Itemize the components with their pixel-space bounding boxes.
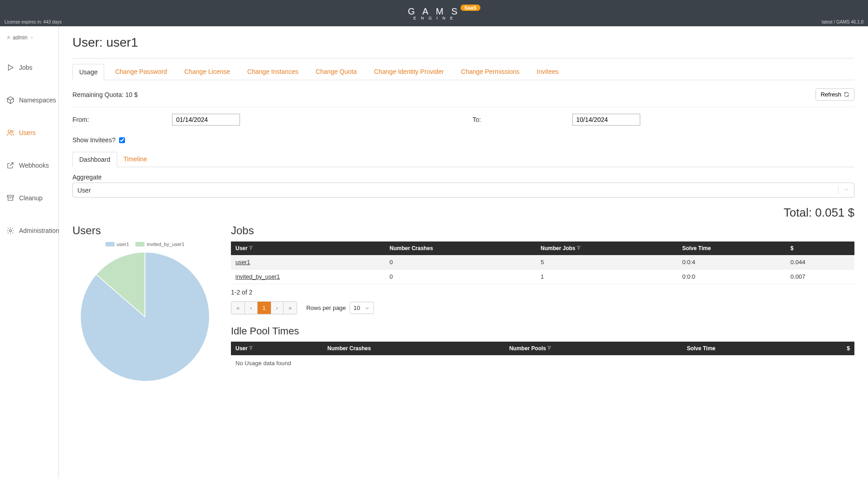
tab-usage[interactable]: Usage [72, 64, 104, 80]
show-invitees-label: Show Invitees? [72, 136, 115, 144]
sidebar: admin Jobs Namespaces Users Webhooks [0, 26, 59, 478]
col-crashes[interactable]: Number Crashes [385, 241, 536, 255]
tab-change-quota[interactable]: Change Quota [309, 64, 363, 80]
users-pie-chart [77, 249, 213, 385]
external-link-icon [6, 161, 14, 169]
col-solve[interactable]: Solve Time [682, 342, 813, 355]
sidebar-item-namespaces[interactable]: Namespaces [0, 91, 58, 110]
svg-point-1 [8, 130, 11, 133]
col-crashes[interactable]: Number Crashes [323, 342, 505, 355]
saas-badge: SaaS [460, 5, 481, 11]
rows-per-page-select[interactable]: 10 [350, 302, 374, 314]
chevron-down-icon [364, 305, 370, 311]
users-icon [6, 129, 14, 137]
aggregate-value: User [77, 187, 91, 194]
cell-cost: 0.007 [786, 270, 854, 284]
tab-change-identity-provider[interactable]: Change Identity Provider [368, 64, 450, 80]
jobs-table: User Number Crashes Number Jobs Solve Ti… [231, 241, 854, 284]
svg-point-2 [11, 130, 14, 133]
pager-prev[interactable]: ‹ [245, 302, 257, 314]
tab-change-password[interactable]: Change Password [109, 64, 173, 80]
page-title: User: user1 [72, 35, 854, 50]
col-solve[interactable]: Solve Time [678, 241, 786, 255]
filter-icon [249, 245, 253, 251]
logo-sub-text: E N G I N E [408, 16, 460, 20]
sidebar-item-cleanup[interactable]: Cleanup [0, 188, 58, 208]
from-label: From: [72, 116, 100, 123]
total-value: 0.051 $ [815, 206, 854, 219]
tab-invitees[interactable]: Invitees [530, 64, 565, 80]
tab-change-license[interactable]: Change License [178, 64, 236, 80]
cell-crashes: 0 [385, 255, 536, 270]
col-cost[interactable]: $ [813, 342, 854, 355]
pager-next[interactable]: › [271, 302, 283, 314]
idle-no-data: No Usage data found [231, 355, 854, 371]
refresh-label: Refresh [820, 91, 841, 98]
logo-main-text: G A M S [408, 6, 460, 16]
box-icon [6, 96, 14, 104]
user-menu-dropdown[interactable]: admin [0, 31, 58, 44]
play-icon [6, 63, 14, 72]
sidebar-item-label: Jobs [19, 64, 33, 71]
sidebar-item-webhooks[interactable]: Webhooks [0, 156, 58, 175]
tab-change-permissions[interactable]: Change Permissions [455, 64, 526, 80]
idle-table-title: Idle Pool Times [231, 325, 854, 337]
cell-jobs: 1 [536, 270, 678, 284]
remaining-quota-label: Remaining Quota: [72, 91, 124, 98]
cell-solve: 0:0:0 [678, 270, 786, 284]
col-cost[interactable]: $ [786, 241, 854, 255]
legend-swatch-user1 [106, 242, 115, 246]
filter-icon [547, 345, 551, 352]
show-invitees-checkbox[interactable] [119, 137, 125, 143]
subtab-timeline[interactable]: Timeline [117, 152, 153, 167]
gear-icon [6, 227, 14, 235]
sidebar-item-label: Webhooks [19, 162, 49, 169]
col-jobs[interactable]: Number Jobs [536, 241, 678, 255]
user-link[interactable]: user1 [235, 259, 250, 266]
col-pools[interactable]: Number Pools [505, 342, 682, 355]
pager-first[interactable]: « [231, 302, 245, 314]
version-text: latest / GAMS 46.1.0 [822, 19, 863, 24]
logo: G A M S E N G I N E [408, 6, 460, 20]
filter-icon [249, 345, 253, 352]
from-date-input[interactable] [172, 114, 240, 126]
sidebar-item-label: Users [19, 129, 36, 136]
user-link[interactable]: invited_by_user1 [235, 273, 280, 280]
cell-crashes: 0 [385, 270, 536, 284]
remaining-quota-value: 10 $ [125, 91, 138, 98]
pager-page-1[interactable]: 1 [258, 302, 271, 314]
refresh-icon [844, 92, 849, 97]
sidebar-item-administration[interactable]: Administration [0, 221, 58, 240]
pager-last[interactable]: » [283, 302, 297, 314]
col-user[interactable]: User [231, 342, 323, 355]
content-tabs: Usage Change Password Change License Cha… [72, 64, 854, 80]
pager: « ‹ 1 › » [231, 301, 297, 314]
subtab-dashboard[interactable]: Dashboard [72, 152, 117, 167]
legend-swatch-invited [135, 242, 144, 246]
cell-cost: 0.044 [786, 255, 854, 270]
aggregate-label: Aggregate [72, 174, 854, 181]
legend-label: invited_by_user1 [147, 241, 184, 247]
total-label: Total: [784, 206, 812, 219]
aggregate-select[interactable]: User [72, 183, 854, 198]
svg-point-4 [10, 230, 12, 232]
jobs-table-title: Jobs [231, 224, 854, 237]
user-icon [6, 35, 11, 40]
dashboard-subtabs: Dashboard Timeline [72, 152, 854, 167]
col-user[interactable]: User [231, 241, 385, 255]
user-menu-label: admin [13, 34, 28, 41]
remaining-quota: Remaining Quota: 10 $ [72, 91, 138, 98]
total-row: Total: 0.051 $ [72, 206, 854, 220]
sidebar-item-label: Administration [19, 227, 59, 234]
sidebar-item-label: Cleanup [19, 194, 43, 202]
to-date-input[interactable] [572, 114, 640, 126]
refresh-button[interactable]: Refresh [815, 88, 854, 101]
tab-change-instances[interactable]: Change Instances [241, 64, 305, 80]
chevron-down-icon [29, 35, 34, 40]
legend-label: user1 [117, 241, 129, 247]
idle-table: User Number Crashes Number Pools Solve T… [231, 342, 854, 355]
cell-jobs: 5 [536, 255, 678, 270]
cell-solve: 0:0:4 [678, 255, 786, 270]
sidebar-item-jobs[interactable]: Jobs [0, 58, 58, 77]
sidebar-item-users[interactable]: Users [0, 123, 58, 142]
